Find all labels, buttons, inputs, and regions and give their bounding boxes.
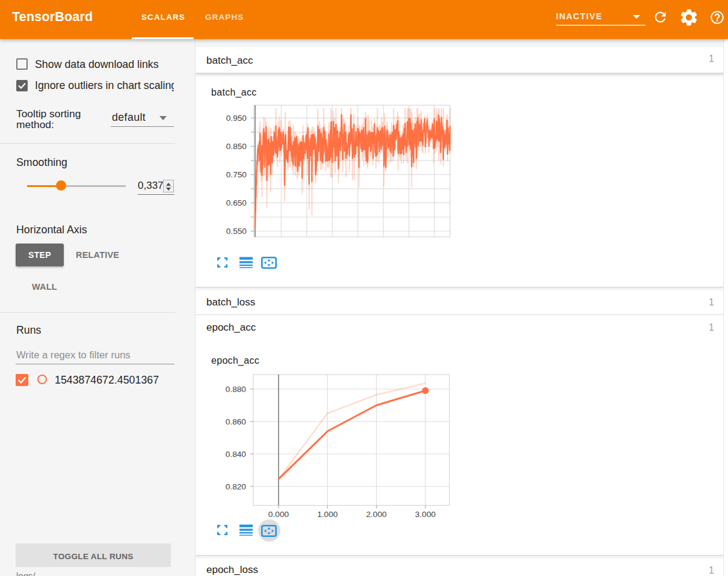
svg-text:0.850: 0.850 <box>226 142 247 151</box>
svg-text:0.880: 0.880 <box>226 385 247 394</box>
svg-text:0.840: 0.840 <box>226 450 247 459</box>
svg-text:0.950: 0.950 <box>226 114 247 123</box>
svg-text:0.650: 0.650 <box>226 198 247 207</box>
svg-text:0.550: 0.550 <box>226 227 247 236</box>
svg-text:1.000: 1.000 <box>317 510 338 519</box>
svg-text:0.750: 0.750 <box>226 170 247 179</box>
svg-text:3.000: 3.000 <box>415 510 436 519</box>
svg-text:0.000: 0.000 <box>268 510 289 519</box>
svg-text:0.820: 0.820 <box>226 482 247 491</box>
svg-text:0.860: 0.860 <box>226 417 247 426</box>
svg-text:2.000: 2.000 <box>366 510 387 519</box>
